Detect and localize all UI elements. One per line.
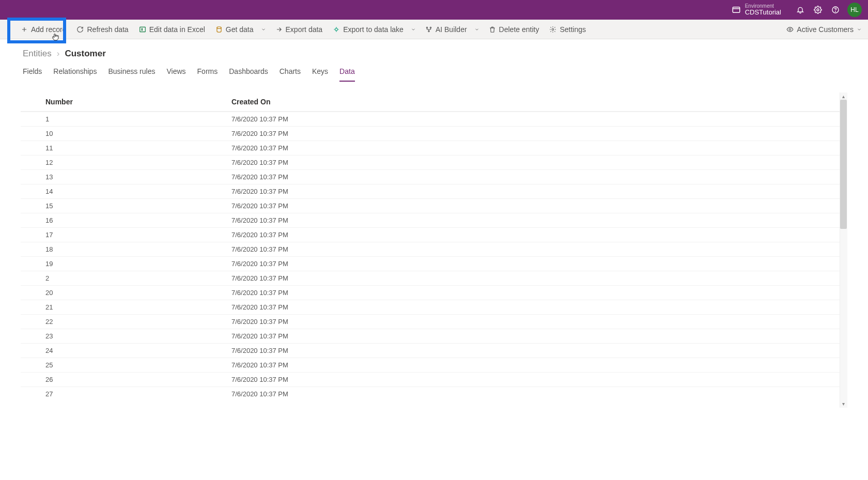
export-datalake-label: Export to data lake [343, 25, 404, 34]
cell-number: 2 [45, 274, 231, 283]
scrollbar[interactable]: ▴ ▾ [840, 92, 847, 408]
get-data-button[interactable]: Get data [210, 20, 259, 39]
settings-icon[interactable] [809, 1, 827, 19]
table-row[interactable]: 227/6/2020 10:37 PM [21, 314, 847, 329]
data-table: Number Created On 17/6/2020 10:37 PM107/… [21, 92, 847, 408]
table-row[interactable]: 217/6/2020 10:37 PM [21, 300, 847, 314]
scroll-down-icon[interactable]: ▾ [841, 401, 846, 407]
tab-charts[interactable]: Charts [280, 67, 301, 82]
cell-created: 7/6/2020 10:37 PM [231, 130, 847, 138]
view-selector[interactable]: Active Customers [786, 25, 862, 34]
refresh-data-button[interactable]: Refresh data [71, 20, 133, 39]
cell-number: 10 [45, 130, 231, 138]
user-avatar[interactable]: HL [847, 3, 862, 17]
table-row[interactable]: 107/6/2020 10:37 PM [21, 126, 847, 141]
chevron-down-icon [857, 27, 862, 32]
cell-number: 22 [45, 318, 231, 326]
view-selector-label: Active Customers [797, 25, 854, 34]
delete-entity-button[interactable]: Delete entity [484, 20, 545, 39]
tab-views[interactable]: Views [166, 67, 185, 82]
table-row[interactable]: 277/6/2020 10:37 PM [21, 386, 847, 401]
cell-created: 7/6/2020 10:37 PM [231, 347, 847, 355]
table-row[interactable]: 177/6/2020 10:37 PM [21, 227, 847, 242]
cell-number: 15 [45, 202, 231, 210]
table-header: Number Created On [21, 92, 847, 112]
table-row[interactable]: 157/6/2020 10:37 PM [21, 198, 847, 213]
breadcrumb: Entities › Customer [0, 39, 868, 62]
table-row[interactable]: 27/6/2020 10:37 PM [21, 271, 847, 285]
cell-created: 7/6/2020 10:37 PM [231, 274, 847, 283]
cell-created: 7/6/2020 10:37 PM [231, 173, 847, 181]
table-row[interactable]: 147/6/2020 10:37 PM [21, 184, 847, 198]
cell-created: 7/6/2020 10:37 PM [231, 376, 847, 384]
ai-builder-caret[interactable] [472, 27, 482, 32]
cell-created: 7/6/2020 10:37 PM [231, 390, 847, 398]
add-record-button[interactable]: Add record [16, 20, 71, 39]
edit-in-excel-button[interactable]: Edit data in Excel [134, 20, 210, 39]
settings-button[interactable]: Settings [544, 20, 591, 39]
cell-created: 7/6/2020 10:37 PM [231, 303, 847, 312]
scroll-up-icon[interactable]: ▴ [841, 94, 846, 99]
table-row[interactable]: 167/6/2020 10:37 PM [21, 213, 847, 227]
breadcrumb-parent[interactable]: Entities [23, 49, 52, 59]
table-row[interactable]: 137/6/2020 10:37 PM [21, 169, 847, 184]
refresh-data-label: Refresh data [87, 25, 128, 34]
avatar-initials: HL [850, 6, 858, 13]
export-datalake-button[interactable]: Export to data lake [328, 20, 409, 39]
column-header-number[interactable]: Number [45, 98, 231, 106]
environment-icon [732, 5, 741, 14]
table-row[interactable]: 117/6/2020 10:37 PM [21, 141, 847, 155]
eye-icon [786, 26, 794, 33]
environment-selector[interactable]: Environment CDSTutorial [732, 3, 781, 16]
tab-forms[interactable]: Forms [197, 67, 218, 82]
global-header: Environment CDSTutorial HL [0, 0, 868, 20]
table-row[interactable]: 247/6/2020 10:37 PM [21, 343, 847, 358]
table-row[interactable]: 237/6/2020 10:37 PM [21, 329, 847, 343]
svg-point-7 [426, 27, 427, 28]
cell-number: 20 [45, 289, 231, 297]
cell-created: 7/6/2020 10:37 PM [231, 231, 847, 239]
settings-button-label: Settings [560, 25, 586, 34]
export-data-button[interactable]: Export data [270, 20, 328, 39]
cell-number: 12 [45, 159, 231, 167]
edit-in-excel-label: Edit data in Excel [149, 25, 205, 34]
svg-rect-0 [733, 7, 740, 13]
svg-point-1 [817, 9, 819, 11]
export-data-label: Export data [286, 25, 323, 34]
ai-builder-button[interactable]: AI Builder [420, 20, 472, 39]
table-body: 17/6/2020 10:37 PM107/6/2020 10:37 PM117… [21, 112, 847, 401]
column-header-created[interactable]: Created On [231, 98, 847, 106]
table-row[interactable]: 127/6/2020 10:37 PM [21, 155, 847, 169]
tab-fields[interactable]: Fields [23, 67, 42, 82]
tab-relationships[interactable]: Relationships [53, 67, 97, 82]
table-row[interactable]: 267/6/2020 10:37 PM [21, 372, 847, 386]
scroll-thumb[interactable] [840, 100, 847, 229]
get-data-caret[interactable] [259, 27, 268, 32]
breadcrumb-current: Customer [65, 49, 105, 59]
notifications-icon[interactable] [792, 1, 809, 19]
export-datalake-caret[interactable] [409, 27, 418, 32]
cell-number: 27 [45, 390, 231, 398]
help-icon[interactable] [827, 1, 844, 19]
add-record-label: Add record [31, 25, 66, 34]
tab-keys[interactable]: Keys [312, 67, 328, 82]
get-data-label: Get data [226, 25, 254, 34]
cell-number: 1 [45, 115, 231, 123]
table-row[interactable]: 257/6/2020 10:37 PM [21, 358, 847, 372]
tab-dashboards[interactable]: Dashboards [229, 67, 268, 82]
svg-point-5 [217, 26, 221, 28]
table-row[interactable]: 197/6/2020 10:37 PM [21, 256, 847, 271]
cell-number: 14 [45, 188, 231, 196]
svg-point-3 [835, 11, 836, 12]
breadcrumb-separator: › [57, 49, 60, 59]
cell-number: 24 [45, 347, 231, 355]
table-row[interactable]: 17/6/2020 10:37 PM [21, 112, 847, 126]
tab-business-rules[interactable]: Business rules [108, 67, 155, 82]
tab-data[interactable]: Data [339, 67, 355, 82]
table-row[interactable]: 187/6/2020 10:37 PM [21, 242, 847, 256]
cell-created: 7/6/2020 10:37 PM [231, 245, 847, 254]
table-row[interactable]: 207/6/2020 10:37 PM [21, 285, 847, 300]
svg-rect-4 [140, 27, 145, 32]
cell-created: 7/6/2020 10:37 PM [231, 332, 847, 340]
svg-point-11 [789, 28, 792, 30]
